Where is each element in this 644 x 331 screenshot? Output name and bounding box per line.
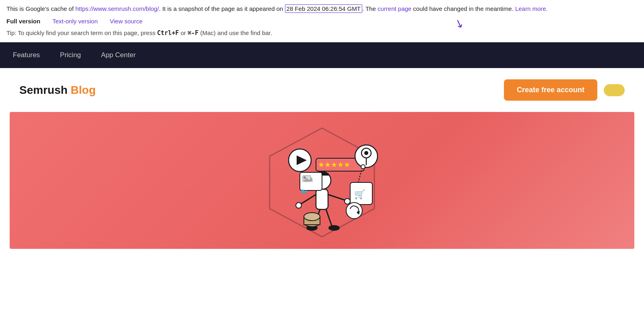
ctrl-f-key: Ctrl+F	[157, 29, 179, 37]
blog-header-right: Create free account	[504, 79, 625, 101]
nav-item-app-center[interactable]: App Center	[101, 48, 136, 62]
hero-illustration: 🐦 ★★★★★ 🛒	[237, 120, 407, 241]
blog-title: Semrush Blog	[19, 84, 96, 97]
could-change-text: could have changed in the meantime.	[411, 5, 515, 12]
view-source-link[interactable]: View source	[110, 18, 142, 25]
full-version-label: Full version	[6, 18, 40, 25]
svg-point-30	[361, 165, 365, 169]
svg-point-13	[304, 213, 320, 221]
cache-bar: This is Google's cache of https://www.se…	[0, 0, 644, 16]
cache-prefix: This is Google's cache of	[6, 5, 75, 12]
svg-line-3	[300, 194, 316, 205]
svg-point-10	[328, 225, 340, 231]
svg-point-18	[303, 176, 306, 179]
create-free-account-button[interactable]: Create free account	[504, 79, 597, 101]
tip-suffix: (Mac) and use the find bar.	[198, 29, 272, 36]
blog-label: Blog	[71, 84, 96, 96]
svg-text:🐦: 🐦	[301, 188, 308, 195]
svg-line-4	[328, 194, 346, 201]
nav-bar: Features Pricing App Center	[0, 42, 644, 68]
svg-point-6	[345, 199, 350, 204]
hero-section: 🐦 ★★★★★ 🛒	[10, 112, 634, 249]
learn-more-link[interactable]: Learn more.	[515, 5, 548, 12]
cmd-f-key: ⌘-F	[188, 29, 198, 37]
tip-or: or	[179, 29, 188, 36]
svg-rect-2	[316, 189, 328, 209]
svg-point-5	[296, 203, 301, 208]
blog-header: Semrush Blog Create free account	[0, 68, 644, 112]
tip-bar: Tip: To quickly find your search term on…	[0, 28, 644, 42]
cache-mid: . It is a snapshot of the page as it app…	[159, 5, 285, 12]
svg-point-25	[364, 151, 368, 155]
toggle-oval[interactable]	[604, 84, 625, 96]
nav-item-pricing[interactable]: Pricing	[60, 48, 81, 62]
svg-line-8	[326, 209, 332, 227]
nav-item-features[interactable]: Features	[13, 48, 40, 62]
version-bar: Full version Text-only version View sour…	[0, 16, 644, 28]
semrush-url-link[interactable]: https://www.semrush.com/blog/	[75, 5, 159, 12]
cache-suffix: . The	[362, 5, 378, 12]
svg-text:★★★★★: ★★★★★	[318, 161, 350, 169]
cache-date: 28 Feb 2024 06:26:54 GMT	[285, 4, 362, 13]
svg-text:🛒: 🛒	[354, 189, 365, 200]
tip-text: Tip: To quickly find your search term on…	[6, 29, 157, 36]
current-page-link[interactable]: current page	[378, 5, 411, 12]
brand-name: Semrush	[19, 84, 68, 96]
text-only-link[interactable]: Text-only version	[52, 18, 98, 25]
